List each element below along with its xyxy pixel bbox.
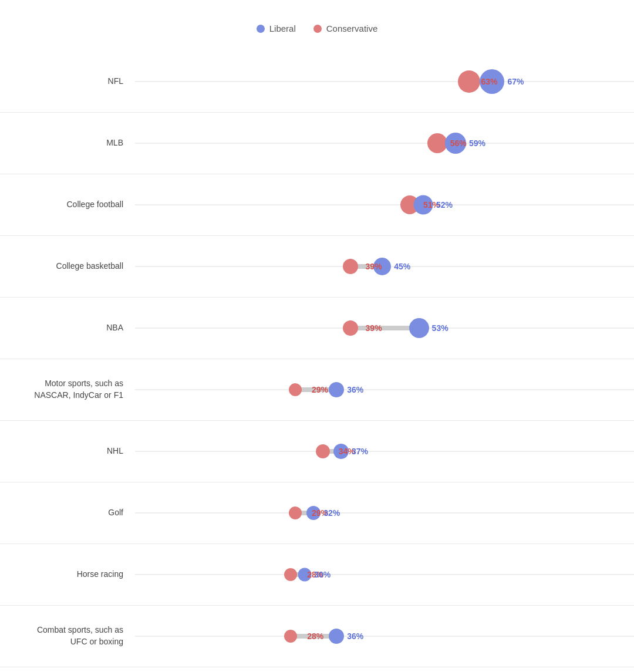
chart-container: Liberal Conservative NFL63%67%MLB56%59%C… — [0, 12, 634, 672]
pct-liberal-label: 30% — [314, 570, 331, 579]
row-label: NHL — [0, 445, 135, 457]
dot-liberal — [329, 629, 344, 644]
chart-row: NFL63%67% — [0, 51, 634, 113]
pct-liberal-label: 59% — [469, 139, 485, 148]
pct-conservative-label: 56% — [450, 139, 467, 148]
row-chart-area: 29%32% — [135, 495, 634, 531]
legend-liberal: Liberal — [257, 23, 296, 33]
rows-container: NFL63%67%MLB56%59%College football51%52%… — [0, 51, 634, 672]
pct-liberal-label: 67% — [507, 77, 524, 86]
legend: Liberal Conservative — [0, 23, 634, 33]
row-chart-area: 29%36% — [135, 372, 634, 407]
dot-liberal — [409, 318, 429, 338]
dot-conservative — [458, 70, 480, 93]
dot-conservative — [284, 568, 297, 581]
row-label: Horse racing — [0, 569, 135, 580]
legend-liberal-label: Liberal — [269, 23, 296, 33]
legend-conservative-dot — [313, 25, 322, 33]
row-label: NBA — [0, 322, 135, 334]
dot-conservative — [289, 383, 302, 396]
chart-row: MLB56%59% — [0, 113, 634, 174]
pct-conservative-label: 29% — [312, 385, 328, 394]
legend-conservative-label: Conservative — [326, 23, 378, 33]
row-label: Motor sports, such asNASCAR, IndyCar or … — [0, 378, 135, 401]
row-chart-area: 28%30% — [135, 557, 634, 592]
pct-liberal-label: 37% — [352, 447, 368, 456]
pct-liberal-label: 36% — [347, 632, 363, 641]
chart-row: NHL34%37% — [0, 421, 634, 482]
chart-row: College football51%52% — [0, 174, 634, 236]
pct-conservative-label: 28% — [307, 632, 323, 641]
chart-row: Combat sports, such asUFC or boxing28%36… — [0, 606, 634, 667]
row-chart-area: 56%59% — [135, 126, 634, 161]
chart-row: NBA39%53% — [0, 298, 634, 359]
chart-row: College basketball39%45% — [0, 236, 634, 298]
pct-liberal-label: 53% — [432, 323, 448, 333]
row-chart-area: 39%53% — [135, 310, 634, 346]
dot-liberal — [329, 382, 344, 397]
row-label: Combat sports, such asUFC or boxing — [0, 624, 135, 647]
pct-liberal-label: 36% — [347, 385, 363, 394]
row-label: College football — [0, 199, 135, 211]
row-chart-area: 28%36% — [135, 619, 634, 654]
dot-conservative — [289, 506, 302, 519]
chart-row: Motor sports, such asNASCAR, IndyCar or … — [0, 359, 634, 421]
row-label: MLB — [0, 137, 135, 149]
pct-liberal-label: 45% — [394, 262, 410, 271]
pct-liberal-label: 52% — [436, 200, 453, 210]
pct-conservative-label: 39% — [366, 262, 382, 271]
row-chart-area: 34%37% — [135, 434, 634, 469]
dot-conservative — [343, 320, 358, 336]
dot-conservative — [284, 630, 297, 643]
row-chart-area: 63%67% — [135, 64, 634, 99]
pct-conservative-label: 63% — [481, 77, 497, 86]
row-label: College basketball — [0, 261, 135, 272]
row-label: Golf — [0, 507, 135, 519]
dot-conservative — [427, 133, 447, 153]
row-chart-area: 51%52% — [135, 187, 634, 222]
chart-row: Golf29%32% — [0, 482, 634, 544]
legend-conservative: Conservative — [313, 23, 378, 33]
chart-row: Tennis27%38% — [0, 667, 634, 672]
dot-conservative — [343, 259, 358, 274]
row-chart-area: 39%45% — [135, 249, 634, 284]
chart-row: Horse racing28%30% — [0, 544, 634, 606]
legend-liberal-dot — [257, 25, 265, 33]
pct-conservative-label: 39% — [366, 323, 382, 333]
dot-conservative — [316, 444, 330, 458]
pct-liberal-label: 32% — [323, 508, 340, 518]
row-label: NFL — [0, 76, 135, 87]
